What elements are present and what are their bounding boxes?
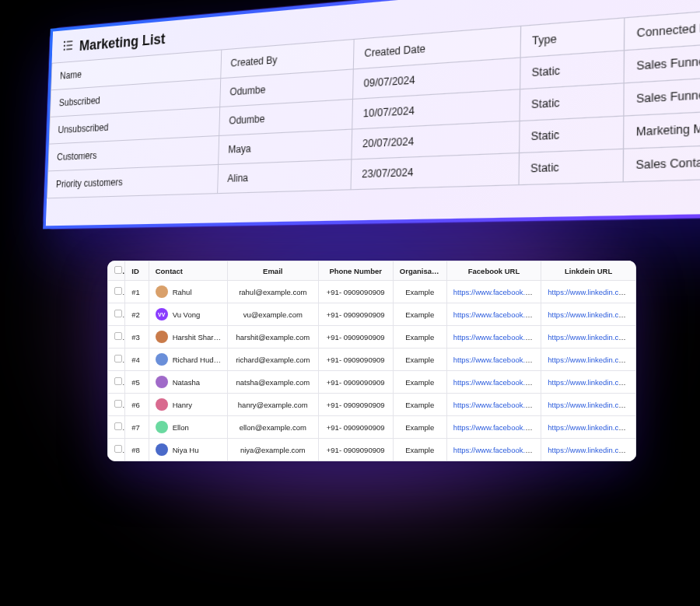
avatar bbox=[156, 376, 168, 388]
cell-checkbox[interactable] bbox=[108, 371, 125, 394]
avatar bbox=[156, 443, 168, 456]
facebook-link[interactable]: https://www.facebook.com/u... bbox=[453, 401, 541, 409]
cell-checkbox[interactable] bbox=[108, 439, 125, 461]
cell-checkbox[interactable] bbox=[108, 349, 125, 371]
table-row[interactable]: #6Hanryhanry@example.com+91- 0909090909E… bbox=[108, 394, 636, 416]
cell-contact[interactable]: Niya Hu bbox=[149, 439, 227, 461]
cell-linkedin[interactable]: https://www.linkedin.com/du... bbox=[541, 349, 636, 371]
col-id[interactable]: ID bbox=[125, 261, 149, 281]
linkedin-link[interactable]: https://www.linkedin.com/du... bbox=[548, 356, 635, 364]
cell-contact[interactable]: VVVu Vong bbox=[149, 303, 227, 326]
facebook-link[interactable]: https://www.facebook.com/u... bbox=[453, 423, 541, 432]
cell-facebook[interactable]: https://www.facebook.com/u... bbox=[446, 416, 541, 439]
cell-facebook[interactable]: https://www.facebook.com/u... bbox=[446, 326, 541, 349]
linkedin-link[interactable]: https://www.linkedin.com/du... bbox=[548, 333, 635, 342]
select-all-checkbox[interactable] bbox=[114, 266, 122, 274]
cell-contact[interactable]: Natasha bbox=[149, 371, 227, 394]
cell-contact[interactable]: Richard Hudson bbox=[149, 349, 227, 371]
cell-id: #6 bbox=[125, 394, 149, 416]
col-contact[interactable]: Contact bbox=[149, 261, 227, 281]
table-row[interactable]: #2VVVu Vongvu@example.com+91- 0909090909… bbox=[108, 303, 636, 326]
row-checkbox[interactable] bbox=[114, 332, 122, 340]
cell-id: #3 bbox=[125, 326, 149, 349]
col-phone[interactable]: Phone Number bbox=[318, 261, 393, 281]
linkedin-link[interactable]: https://www.linkedin.com/du... bbox=[548, 401, 635, 409]
cell-linkedin[interactable]: https://www.linkedin.com/du... bbox=[541, 394, 636, 416]
avatar bbox=[156, 421, 168, 433]
facebook-link[interactable]: https://www.facebook.com/u... bbox=[453, 356, 541, 364]
facebook-link[interactable]: https://www.facebook.com/u... bbox=[453, 288, 541, 296]
svg-point-4 bbox=[64, 49, 65, 51]
col-email[interactable]: Email bbox=[228, 261, 319, 281]
cell-email: rahul@example.com bbox=[228, 281, 319, 303]
cell-facebook[interactable]: https://www.facebook.com/u... bbox=[446, 371, 541, 394]
cell-checkbox[interactable] bbox=[108, 326, 125, 349]
cell-created_by: Alina bbox=[218, 159, 352, 194]
cell-linkedin[interactable]: https://www.linkedin.com/du... bbox=[541, 371, 636, 394]
cell-facebook[interactable]: https://www.facebook.com/u... bbox=[446, 394, 541, 416]
cell-id: #4 bbox=[125, 349, 149, 371]
contacts-panel: ID Contact Email Phone Number Organisati… bbox=[107, 261, 636, 461]
cell-checkbox[interactable] bbox=[108, 394, 125, 416]
cell-organisation: Example bbox=[393, 303, 446, 326]
marketing-list-card: Marketing List Name Created By Created D… bbox=[43, 0, 700, 229]
contact-name: Hanry bbox=[173, 401, 192, 409]
table-row[interactable]: #4Richard Hudsonrichard@example.com+91- … bbox=[108, 349, 636, 371]
cell-id: #2 bbox=[125, 303, 149, 326]
table-row[interactable]: #3Harshit Sharmaharshit@example.com+91- … bbox=[108, 326, 636, 349]
row-checkbox[interactable] bbox=[114, 355, 122, 363]
svg-rect-5 bbox=[66, 48, 72, 50]
cell-contact[interactable]: Hanry bbox=[149, 394, 227, 416]
table-row[interactable]: #7Ellonellon@example.com+91- 0909090909E… bbox=[108, 416, 636, 439]
cell-linkedin[interactable]: https://www.linkedin.com/du... bbox=[541, 439, 636, 461]
linkedin-link[interactable]: https://www.linkedin.com/du... bbox=[548, 423, 635, 432]
facebook-link[interactable]: https://www.facebook.com/u... bbox=[453, 446, 541, 454]
cell-email: natsha@example.com bbox=[228, 371, 319, 394]
cell-linkedin[interactable]: https://www.linkedin.com/du... bbox=[541, 303, 636, 326]
table-row[interactable]: #8Niya Huniya@example.com+91- 0909090909… bbox=[108, 439, 636, 461]
row-checkbox[interactable] bbox=[114, 400, 122, 408]
cell-linkedin[interactable]: https://www.linkedin.com/du... bbox=[541, 326, 636, 349]
col-facebook[interactable]: Facebook URL bbox=[446, 261, 541, 281]
cell-facebook[interactable]: https://www.facebook.com/u... bbox=[446, 303, 541, 326]
avatar bbox=[156, 353, 168, 366]
cell-email: hanry@example.com bbox=[228, 394, 319, 416]
cell-contact[interactable]: Harshit Sharma bbox=[149, 326, 227, 349]
linkedin-link[interactable]: https://www.linkedin.com/du... bbox=[548, 378, 635, 387]
row-checkbox[interactable] bbox=[114, 287, 122, 295]
cell-linkedin[interactable]: https://www.linkedin.com/du... bbox=[541, 281, 636, 303]
row-checkbox[interactable] bbox=[114, 422, 122, 430]
cell-organisation: Example bbox=[393, 439, 446, 461]
col-checkbox[interactable] bbox=[108, 261, 125, 281]
cell-linkedin[interactable]: https://www.linkedin.com/du... bbox=[541, 416, 636, 439]
cell-type: Static bbox=[519, 149, 624, 184]
cell-checkbox[interactable] bbox=[108, 303, 125, 326]
contact-name: Rahul bbox=[173, 288, 192, 296]
contact-name: Natasha bbox=[173, 378, 200, 387]
linkedin-link[interactable]: https://www.linkedin.com/du... bbox=[548, 446, 635, 454]
facebook-link[interactable]: https://www.facebook.com/u... bbox=[453, 333, 541, 342]
linkedin-link[interactable]: https://www.linkedin.com/du... bbox=[548, 288, 635, 296]
cell-email: ellon@example.com bbox=[228, 416, 319, 439]
facebook-link[interactable]: https://www.facebook.com/u... bbox=[453, 378, 541, 387]
cell-checkbox[interactable] bbox=[108, 281, 125, 303]
cell-contact[interactable]: Ellon bbox=[149, 416, 227, 439]
col-linkedin[interactable]: Linkdein URL bbox=[541, 261, 636, 281]
cell-facebook[interactable]: https://www.facebook.com/u... bbox=[446, 349, 541, 371]
linkedin-link[interactable]: https://www.linkedin.com/du... bbox=[548, 310, 635, 319]
facebook-link[interactable]: https://www.facebook.com/u... bbox=[453, 310, 541, 319]
cell-type: Static bbox=[520, 83, 624, 121]
cell-organisation: Example bbox=[393, 349, 446, 371]
cell-contact[interactable]: Rahul bbox=[149, 281, 227, 303]
cell-email: richard@example.com bbox=[228, 349, 319, 371]
cell-facebook[interactable]: https://www.facebook.com/u... bbox=[446, 439, 541, 461]
row-checkbox[interactable] bbox=[114, 377, 122, 385]
table-row[interactable]: #5Natashanatsha@example.com+91- 09090909… bbox=[108, 371, 636, 394]
row-checkbox[interactable] bbox=[114, 445, 122, 453]
cell-checkbox[interactable] bbox=[108, 416, 125, 439]
table-row[interactable]: #1Rahulrahul@example.com+91- 0909090909E… bbox=[108, 281, 636, 303]
col-organisation[interactable]: Organisation bbox=[393, 261, 446, 281]
cell-facebook[interactable]: https://www.facebook.com/u... bbox=[446, 281, 541, 303]
row-checkbox[interactable] bbox=[114, 310, 122, 317]
contact-name: Vu Vong bbox=[173, 310, 201, 319]
